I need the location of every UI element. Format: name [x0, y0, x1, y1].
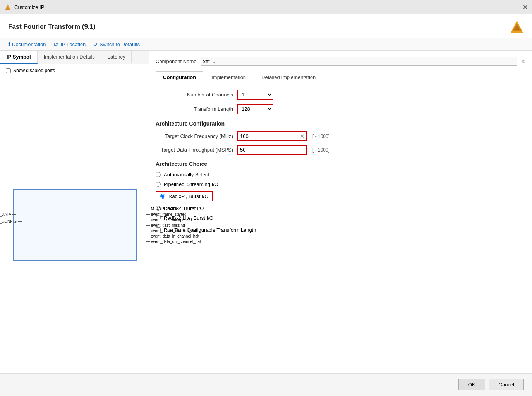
m-axis-data-label: M_AXIS_DATA: [151, 207, 177, 211]
port-event-status-channel-halt: event_status_channel_halt: [146, 229, 202, 233]
event-data-out-channel-halt-label: event_data_out_channel_halt: [151, 239, 202, 244]
show-disabled-checkbox[interactable]: [6, 68, 11, 73]
toolbar: ℹ Documentation 🗂 IP Location ↺ Switch t…: [0, 38, 532, 51]
radio-pipelined-input[interactable]: [156, 182, 161, 187]
target-clock-range: [ - 1000]: [312, 134, 329, 139]
header: Fast Fourier Transform (9.1): [0, 14, 532, 38]
radio-radix2-lite[interactable]: Radix-2 Lite, Burst I/O: [156, 215, 525, 221]
left-tabs: IP Symbol Implementation Details Latency: [0, 51, 149, 64]
connector-right-etm: [146, 225, 150, 226]
symbol-area: + S_AXIS_DATA + S_AXIS_CONFIG — aclk: [0, 77, 149, 373]
arch-choice-section: Automatically Select Pipelined, Streamin…: [156, 172, 525, 221]
customize-ip-window: Customize IP ✕ Fast Fourier Transform (9…: [0, 0, 532, 396]
port-s-axis-data: + S_AXIS_DATA: [0, 212, 22, 217]
component-name-row: Component Name ✕: [156, 57, 525, 66]
ip-location-label: IP Location: [60, 41, 86, 47]
port-aclk: — aclk: [0, 226, 22, 231]
radio-pipelined-label[interactable]: Pipelined, Streaming I/O: [164, 181, 218, 187]
documentation-button[interactable]: ℹ Documentation: [8, 41, 46, 47]
port-event-data-in-channel-halt: event_data_in_channel_halt: [146, 234, 202, 238]
documentation-label: Documentation: [12, 41, 46, 47]
radio-auto-input[interactable]: [156, 172, 161, 177]
info-icon: ℹ: [8, 41, 10, 47]
main-content: IP Symbol Implementation Details Latency…: [0, 51, 532, 373]
radio-automatically-select[interactable]: Automatically Select: [156, 172, 525, 177]
transform-length-label: Transform Length: [156, 106, 233, 112]
connector-right-efs: [146, 214, 150, 215]
channels-select-wrapper: 1 2 4 8: [237, 90, 273, 100]
tab-implementation-details[interactable]: Implementation Details: [38, 51, 101, 64]
target-clock-input[interactable]: [238, 132, 299, 140]
symbol-center: [14, 194, 136, 256]
target-clock-clear-button[interactable]: ✕: [299, 133, 306, 140]
refresh-icon: ↺: [93, 41, 98, 47]
switch-defaults-button[interactable]: ↺ Switch to Defaults: [93, 41, 140, 47]
port-event-tlast-unexpected: event_tlast_unexpected: [146, 218, 202, 222]
show-disabled-label[interactable]: Show disabled ports: [13, 68, 55, 73]
port-s-axis-config: + S_AXIS_CONFIG: [0, 219, 22, 224]
target-data-label: Target Data Throughput (MSPS): [156, 147, 233, 153]
target-clock-input-wrapper: ✕: [237, 131, 307, 141]
target-data-row: Target Data Throughput (MSPS) [ - 1000]: [156, 145, 525, 155]
target-data-input[interactable]: [238, 146, 306, 154]
arch-config-title: Architecture Configuration: [156, 121, 525, 127]
connector-right-m-axis: [146, 209, 150, 209]
component-name-input[interactable]: [201, 57, 517, 66]
arch-choice-title-label: Architecture Choice: [156, 161, 207, 167]
radio-radix4-burst[interactable]: Radix-4, Burst I/O: [156, 191, 525, 201]
tab-implementation[interactable]: Implementation: [204, 71, 253, 83]
connector-aresetn: [0, 236, 4, 236]
connector-right-esch: [146, 231, 150, 231]
event-tlast-unexpected-label: event_tlast_unexpected: [151, 218, 192, 222]
channels-select[interactable]: 1 2 4 8: [238, 90, 273, 99]
close-button[interactable]: ✕: [523, 3, 528, 11]
show-disabled-row: Show disabled ports: [0, 64, 149, 77]
port-event-tlast-missing: event_tlast_missing: [146, 223, 202, 227]
arch-config-title-label: Architecture Configuration: [156, 121, 225, 127]
channels-row: Number of Channels 1 2 4 8: [156, 90, 525, 100]
right-panel: Component Name ✕ Configuration Implement…: [149, 51, 532, 373]
vivado-icon: [4, 4, 11, 11]
target-data-input-wrapper: [237, 145, 307, 155]
run-time-row: Run Time Configurable Transform Length: [156, 227, 525, 233]
s-axis-data-label: S_AXIS_DATA: [0, 212, 11, 217]
left-panel: IP Symbol Implementation Details Latency…: [0, 51, 149, 373]
radio-auto-label[interactable]: Automatically Select: [164, 172, 209, 177]
tab-detailed-implementation[interactable]: Detailed Implementation: [254, 71, 323, 83]
tab-implementation-details-label: Implementation Details: [44, 54, 95, 60]
channels-label: Number of Channels: [156, 92, 233, 98]
target-clock-row: Target Clock Frequency (MHz) ✕ [ - 1000]: [156, 131, 525, 141]
inner-tabs: Configuration Implementation Detailed Im…: [156, 71, 525, 83]
bottom-bar: OK Cancel: [0, 373, 532, 396]
connector-right-edoch: [146, 241, 150, 242]
component-name-clear-button[interactable]: ✕: [521, 59, 525, 65]
connector-s-axis-config: [18, 221, 22, 222]
vivado-logo-icon: [510, 20, 524, 34]
ip-location-button[interactable]: 🗂 IP Location: [53, 41, 86, 47]
dialog-title: Fast Fourier Transform (9.1): [8, 23, 96, 31]
event-frame-started-label: event_frame_started: [151, 212, 187, 217]
connector-right-etu: [146, 220, 150, 220]
transform-length-select[interactable]: 8 16 32 64 128 256 512 1024: [238, 105, 273, 114]
s-axis-config-label: S_AXIS_CONFIG: [0, 219, 17, 224]
target-data-range: [ - 1000]: [312, 147, 329, 153]
tab-configuration-label: Configuration: [163, 74, 196, 80]
location-icon: 🗂: [53, 41, 58, 47]
ok-button[interactable]: OK: [458, 379, 485, 390]
tab-configuration[interactable]: Configuration: [156, 71, 203, 83]
tab-latency-label: Latency: [108, 54, 125, 60]
tab-latency[interactable]: Latency: [101, 51, 132, 64]
radio-pipelined[interactable]: Pipelined, Streaming I/O: [156, 181, 525, 187]
tab-detailed-implementation-label: Detailed Implementation: [261, 74, 316, 80]
event-tlast-missing-label: event_tlast_missing: [151, 223, 185, 227]
port-m-axis-data: M_AXIS_DATA: [146, 207, 202, 211]
connector-right-edich: [146, 236, 150, 236]
cancel-button[interactable]: Cancel: [489, 379, 524, 390]
transform-length-select-wrapper: 8 16 32 64 128 256 512 1024: [237, 104, 273, 114]
window-title: Customize IP: [14, 4, 44, 10]
event-status-channel-halt-label: event_status_channel_halt: [151, 229, 197, 233]
event-data-in-channel-halt-label: event_data_in_channel_halt: [151, 234, 199, 238]
radio-radix2-burst[interactable]: Radix-2, Burst I/O: [156, 205, 525, 211]
tab-ip-symbol[interactable]: IP Symbol: [0, 51, 38, 64]
tab-implementation-label: Implementation: [211, 74, 246, 80]
